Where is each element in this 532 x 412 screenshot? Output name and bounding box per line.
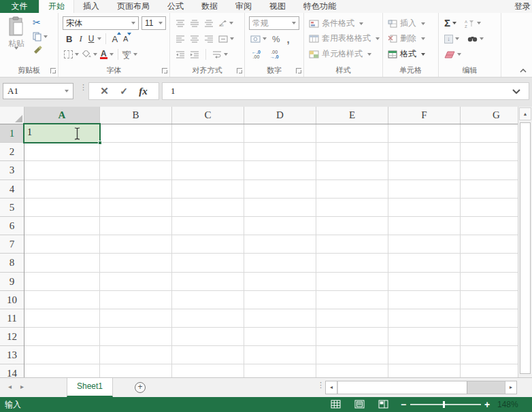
row-header-8[interactable]: 8 <box>0 254 24 272</box>
cell-F2[interactable] <box>388 143 461 161</box>
cell-B1[interactable] <box>100 124 172 143</box>
cell-D3[interactable] <box>244 161 316 179</box>
decrease-indent-button[interactable] <box>174 50 186 59</box>
previous-sheet-button[interactable]: ◂ <box>8 383 12 390</box>
borders-button[interactable] <box>63 50 80 59</box>
decrease-decimal-button[interactable]: .00→.0 <box>267 49 282 60</box>
wrap-text-button[interactable] <box>211 50 229 59</box>
zoom-slider[interactable] <box>410 404 481 405</box>
cell-D9[interactable] <box>244 273 316 291</box>
cell-D11[interactable] <box>244 309 316 328</box>
fill-handle[interactable] <box>98 141 102 145</box>
horizontal-scrollbar[interactable]: ◂ ▸ <box>325 381 517 394</box>
increase-indent-button[interactable] <box>188 50 201 59</box>
cell-F13[interactable] <box>388 346 461 364</box>
cell-F10[interactable] <box>388 291 461 309</box>
cell-C5[interactable] <box>172 199 244 217</box>
zoom-in-button[interactable]: + <box>484 397 490 412</box>
bottom-align-button[interactable] <box>203 19 215 28</box>
delete-cells-button[interactable]: 删除 <box>388 32 425 45</box>
cell-C7[interactable] <box>172 235 244 254</box>
column-header-C[interactable]: C <box>172 107 244 124</box>
zoom-out-button[interactable]: − <box>401 397 406 412</box>
cell-F11[interactable] <box>388 309 461 328</box>
cell-C2[interactable] <box>172 143 244 161</box>
cell-B7[interactable] <box>100 235 172 254</box>
percent-style-button[interactable]: % <box>269 33 283 45</box>
cancel-button[interactable]: ✕ <box>100 85 109 97</box>
column-header-G[interactable]: G <box>461 107 518 124</box>
format-as-table-button[interactable]: 套用表格格式 <box>309 32 380 45</box>
new-sheet-button[interactable]: + <box>135 382 146 393</box>
alignment-dialog-launcher[interactable] <box>237 68 242 73</box>
cell-A13[interactable] <box>24 346 100 364</box>
row-header-6[interactable]: 6 <box>0 217 24 235</box>
zoom-level[interactable]: 148% <box>497 397 518 412</box>
cell-B14[interactable] <box>100 364 172 377</box>
row-header-12[interactable]: 12 <box>0 328 24 346</box>
format-painter-button[interactable] <box>31 45 49 55</box>
bold-button[interactable]: B <box>63 33 76 45</box>
formula-input[interactable]: 1 <box>162 82 529 100</box>
vertical-scrollbar[interactable]: ▲ <box>518 107 532 377</box>
scroll-up-button[interactable]: ▲ <box>519 107 531 120</box>
name-box-dropdown[interactable] <box>65 90 69 92</box>
paste-dropdown[interactable] <box>14 47 18 59</box>
font-size-combo[interactable]: 11 <box>142 16 166 30</box>
cell-F12[interactable] <box>388 328 461 346</box>
middle-align-button[interactable] <box>188 19 201 28</box>
cell-G4[interactable] <box>461 180 518 199</box>
cell-D7[interactable] <box>244 235 316 254</box>
cell-B4[interactable] <box>100 180 172 199</box>
cell-E3[interactable] <box>316 161 388 179</box>
tab-special-features[interactable]: 特色功能 <box>295 0 345 13</box>
cell-B11[interactable] <box>100 309 172 328</box>
cell-G12[interactable] <box>461 328 518 346</box>
column-header-F[interactable]: F <box>388 107 461 124</box>
cell-G8[interactable] <box>461 254 518 272</box>
cell-E1[interactable] <box>316 124 388 143</box>
cell-C1[interactable] <box>172 124 244 143</box>
name-box[interactable]: A1 <box>3 83 73 99</box>
cell-E4[interactable] <box>316 180 388 199</box>
row-header-3[interactable]: 3 <box>0 161 24 179</box>
column-header-B[interactable]: B <box>100 107 172 124</box>
cell-D1[interactable] <box>244 124 316 143</box>
align-center-button[interactable] <box>188 35 201 44</box>
cell-A9[interactable] <box>24 273 100 291</box>
cell-C13[interactable] <box>172 346 244 364</box>
cell-E5[interactable] <box>316 199 388 217</box>
font-color-button[interactable]: A <box>99 50 115 60</box>
cell-A4[interactable] <box>24 180 100 199</box>
increase-font-button[interactable]: A <box>109 33 120 45</box>
cell-B3[interactable] <box>100 161 172 179</box>
cell-B6[interactable] <box>100 217 172 235</box>
cell-E6[interactable] <box>316 217 388 235</box>
fill-color-button[interactable] <box>80 50 99 59</box>
cell-A14[interactable] <box>24 364 100 377</box>
selected-cell-a1[interactable]: 1 <box>23 123 101 143</box>
page-layout-view-button[interactable] <box>354 400 365 409</box>
cell-A12[interactable] <box>24 328 100 346</box>
tab-file[interactable]: 文件 <box>0 0 39 13</box>
cell-E13[interactable] <box>316 346 388 364</box>
cell-A8[interactable] <box>24 254 100 272</box>
row-header-10[interactable]: 10 <box>0 291 24 309</box>
cell-D8[interactable] <box>244 254 316 272</box>
tab-page-layout[interactable]: 页面布局 <box>108 0 159 13</box>
cell-G7[interactable] <box>461 235 518 254</box>
cell-G5[interactable] <box>461 199 518 217</box>
cell-A11[interactable] <box>24 309 100 328</box>
cell-A3[interactable] <box>24 161 100 179</box>
cell-A2[interactable] <box>24 143 100 161</box>
phonetic-guide-button[interactable]: wén文 <box>121 50 139 60</box>
cell-G6[interactable] <box>461 217 518 235</box>
sort-filter-button[interactable]: AZ <box>463 18 482 29</box>
select-all-button[interactable] <box>0 107 24 124</box>
font-name-combo[interactable]: 宋体 <box>63 16 139 30</box>
cell-C9[interactable] <box>172 273 244 291</box>
font-dialog-launcher[interactable] <box>162 68 167 73</box>
cell-E9[interactable] <box>316 273 388 291</box>
cell-D2[interactable] <box>244 143 316 161</box>
column-header-D[interactable]: D <box>244 107 316 124</box>
